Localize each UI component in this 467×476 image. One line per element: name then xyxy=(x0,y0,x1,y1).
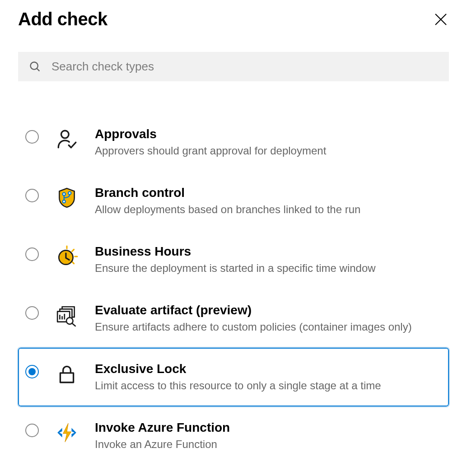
svg-rect-21 xyxy=(60,373,73,383)
close-icon xyxy=(433,11,449,28)
radio-button[interactable] xyxy=(25,247,39,261)
branch-shield-icon xyxy=(54,185,79,210)
radio-button[interactable] xyxy=(25,306,39,320)
option-title: Business Hours xyxy=(95,244,442,259)
svg-point-7 xyxy=(68,191,71,194)
artifact-search-icon xyxy=(54,303,79,328)
svg-point-6 xyxy=(63,200,65,203)
radio-button[interactable] xyxy=(25,424,39,437)
lock-icon xyxy=(54,361,79,387)
option-desc: Approvers should grant approval for depl… xyxy=(95,144,442,158)
azure-function-icon xyxy=(54,420,79,445)
option-desc: Ensure the deployment is started in a sp… xyxy=(95,261,442,275)
panel-title: Add check xyxy=(18,9,107,29)
option-title: Approvals xyxy=(95,126,442,142)
svg-point-2 xyxy=(31,62,38,69)
radio-button[interactable] xyxy=(25,365,39,378)
add-check-panel: Add check Approvals Approvers xyxy=(0,0,467,476)
svg-line-3 xyxy=(37,68,40,71)
clock-sun-icon xyxy=(54,244,79,269)
check-option-approvals[interactable]: Approvals Approvers should grant approva… xyxy=(18,113,449,172)
search-icon xyxy=(29,61,42,73)
option-text: Invoke Azure Function Invoke an Azure Fu… xyxy=(95,420,442,452)
option-text: Approvals Approvers should grant approva… xyxy=(95,126,442,158)
svg-line-11 xyxy=(72,261,74,263)
person-check-icon xyxy=(54,126,79,152)
panel-header: Add check xyxy=(18,9,449,29)
option-text: Branch control Allow deployments based o… xyxy=(95,185,442,217)
check-type-list: Approvals Approvers should grant approva… xyxy=(18,113,449,465)
svg-point-5 xyxy=(63,193,65,196)
search-input[interactable] xyxy=(51,59,438,74)
option-text: Business Hours Ensure the deployment is … xyxy=(95,244,442,275)
option-desc: Invoke an Azure Function xyxy=(95,437,442,452)
check-option-exclusive-lock[interactable]: Exclusive Lock Limit access to this reso… xyxy=(18,348,449,406)
option-desc: Limit access to this resource to only a … xyxy=(95,378,442,393)
check-option-evaluate-artifact[interactable]: Evaluate artifact (preview) Ensure artif… xyxy=(18,289,449,348)
check-option-branch-control[interactable]: Branch control Allow deployments based o… xyxy=(18,172,449,230)
option-title: Branch control xyxy=(95,185,442,201)
option-title: Exclusive Lock xyxy=(95,361,442,377)
check-option-invoke-azure-function[interactable]: Invoke Azure Function Invoke an Azure Fu… xyxy=(18,406,449,465)
radio-button[interactable] xyxy=(25,189,39,202)
option-title: Evaluate artifact (preview) xyxy=(95,303,442,318)
option-text: Exclusive Lock Limit access to this reso… xyxy=(95,361,442,393)
svg-point-4 xyxy=(61,131,69,138)
svg-line-9 xyxy=(72,249,74,251)
option-title: Invoke Azure Function xyxy=(95,420,442,435)
close-button[interactable] xyxy=(433,11,449,28)
option-text: Evaluate artifact (preview) Ensure artif… xyxy=(95,303,442,334)
option-desc: Allow deployments based on branches link… xyxy=(95,202,442,217)
radio-button[interactable] xyxy=(25,130,39,144)
svg-line-20 xyxy=(72,323,75,326)
search-box[interactable] xyxy=(18,52,449,81)
check-option-business-hours[interactable]: Business Hours Ensure the deployment is … xyxy=(18,230,449,289)
option-desc: Ensure artifacts adhere to custom polici… xyxy=(95,320,442,334)
